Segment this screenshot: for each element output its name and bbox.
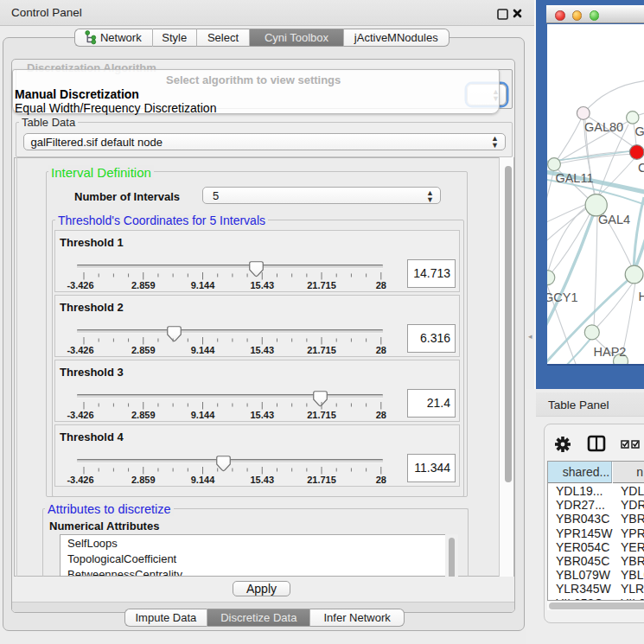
svg-text:GAL11: GAL11 [555,171,593,185]
svg-text:GAL80: GAL80 [584,120,623,134]
svg-text:H: H [639,290,644,303]
svg-text:C: C [638,161,644,175]
svg-text:GCY1: GCY1 [547,290,578,304]
svg-text:HAP2: HAP2 [594,345,627,359]
svg-text:GAL4: GAL4 [598,213,630,226]
svg-text:G.: G. [635,124,644,138]
